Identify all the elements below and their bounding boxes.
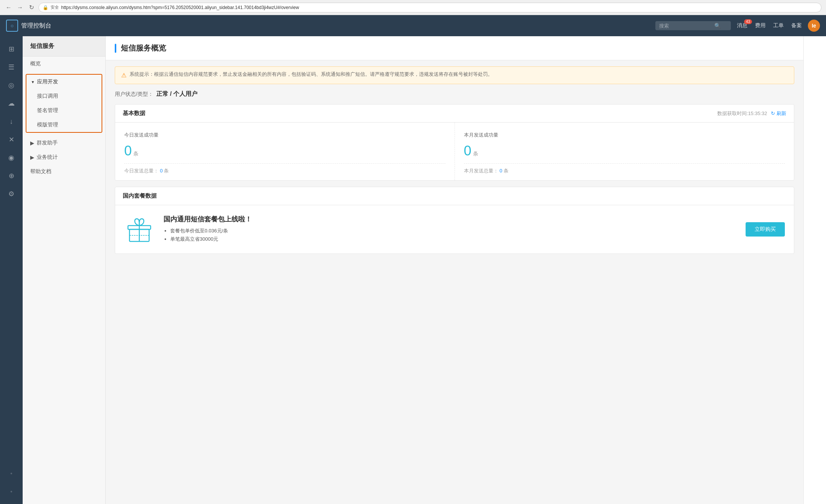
globe-sidebar-icon[interactable]: ⊕: [3, 167, 20, 184]
sidebar-group-appdev-label: 应用开发: [37, 78, 58, 85]
logo-icon: ○: [6, 20, 18, 32]
content-area: ⚠ 系统提示：根据云通信短信内容规范要求，禁止发送金融相关的所有内容，包括验证码…: [106, 60, 803, 266]
app-container: ○ 管理控制台 🔍 消息 43 费用 工单 备案 Ie: [0, 15, 826, 504]
page-header-accent: [115, 44, 116, 53]
right-panel: [803, 36, 826, 504]
sidebar-item-overview[interactable]: 概览: [23, 57, 105, 71]
basic-data-card: 基本数据 数据获取时间:15:35:32 ↻ 刷新 今日发送成功: [115, 104, 794, 181]
card-header-right: 数据获取时间:15:35:32 ↻ 刷新: [717, 110, 786, 117]
month-stat-value: 0 条: [464, 143, 785, 159]
warning-text: 系统提示：根据云通信短信内容规范要求，禁止发送金融相关的所有内容，包括验证码、系…: [129, 71, 493, 78]
today-stat-value: 0 条: [124, 143, 445, 159]
back-button[interactable]: ←: [5, 3, 13, 12]
user-status: 用户状态/类型： 正常 / 个人用户: [115, 90, 794, 98]
sidebar-group-broadcast[interactable]: ▶ 群发助手: [23, 136, 105, 150]
user-avatar[interactable]: Ie: [808, 20, 820, 32]
refresh-button[interactable]: ↻ 刷新: [771, 110, 786, 117]
basic-data-card-body: 今日发送成功量 0 条 今日发送总量： 0 条: [115, 123, 794, 180]
header-nav: 消息 43 费用 工单 备案: [737, 22, 802, 29]
cross-sidebar-icon[interactable]: ✕: [3, 131, 20, 148]
package-data-card: 国内套餐数据: [115, 187, 794, 254]
arrow-down-icon: ▼: [31, 80, 35, 84]
user-status-label: 用户状态/类型：: [115, 91, 153, 97]
refresh-button[interactable]: ↻: [27, 3, 35, 12]
messages-nav[interactable]: 消息 43: [737, 22, 747, 29]
month-stat-label: 本月发送成功量: [464, 132, 785, 138]
sidebar-broadcast-label: 群发助手: [37, 140, 58, 146]
url-bar: 🔒 安全 https://dysms.console.aliyun.com/dy…: [39, 3, 821, 12]
stats-row: 今日发送成功量 0 条 今日发送总量： 0 条: [115, 123, 794, 180]
messages-badge: 43: [744, 19, 752, 24]
icon-sidebar: ⊞ ☰ ◎ ☁ ↓ ✕ ◉ ⊕ ⚙ ● ●: [0, 36, 23, 504]
today-stat-number: 0: [124, 143, 132, 159]
forward-button[interactable]: →: [16, 3, 24, 12]
arrow-right-icon-broadcast: ▶: [30, 140, 34, 146]
people-sidebar-icon[interactable]: ◉: [3, 149, 20, 166]
today-stat-cell: 今日发送成功量 0 条 今日发送总量： 0 条: [115, 123, 455, 180]
lock-icon: 🔒: [43, 5, 48, 10]
warning-banner: ⚠ 系统提示：根据云通信短信内容规范要求，禁止发送金融相关的所有内容，包括验证码…: [115, 66, 794, 84]
today-stat-unit: 条: [133, 151, 139, 157]
billing-nav[interactable]: 费用: [755, 22, 766, 29]
search-icon: 🔍: [714, 23, 721, 29]
circle-sidebar-icon[interactable]: ◎: [3, 77, 20, 94]
refresh-icon: ↻: [771, 111, 775, 116]
sidebar-group-appdev: ▼ 应用开发 接口调用 签名管理 模版管理: [26, 74, 102, 133]
left-sidebar: 短信服务 概览 ▼ 应用开发 接口调用 签名管理 模版管理 ▶ 群发助手 ▶ 业…: [23, 36, 106, 504]
today-total-link[interactable]: 0: [160, 168, 163, 174]
sidebar-item-docs[interactable]: 帮助文档: [23, 164, 105, 179]
page-header: 短信服务概览: [106, 36, 803, 60]
header-logo: ○ 管理控制台: [6, 20, 51, 32]
top-header: ○ 管理控制台 🔍 消息 43 费用 工单 备案 Ie: [0, 15, 826, 36]
download-sidebar-icon[interactable]: ↓: [3, 113, 20, 130]
data-time: 数据获取时间:15:35:32: [717, 110, 767, 117]
dot2-sidebar-icon[interactable]: ●: [3, 483, 20, 499]
promo-content: 国内通用短信套餐包上线啦！ 套餐包单价低至0.036元/条 单笔最高立省3000…: [163, 215, 737, 244]
warning-icon: ⚠: [121, 71, 126, 80]
promo-title: 国内通用短信套餐包上线啦！: [163, 215, 737, 224]
sidebar-item-sign-mgmt[interactable]: 签名管理: [26, 103, 102, 118]
month-stat-footer: 本月发送总量： 0 条: [464, 163, 785, 174]
header-title: 管理控制台: [21, 22, 51, 30]
today-stat-label: 今日发送成功量: [124, 132, 445, 138]
workorder-nav[interactable]: 工单: [773, 22, 784, 29]
package-data-card-body: 国内通用短信套餐包上线啦！ 套餐包单价低至0.036元/条 单笔最高立省3000…: [115, 205, 794, 254]
icp-nav[interactable]: 备案: [791, 22, 802, 29]
today-stat-footer: 今日发送总量： 0 条: [124, 163, 445, 174]
url-text: https://dysms.console.aliyun.com/dysms.h…: [61, 5, 299, 10]
search-box[interactable]: 🔍: [655, 21, 731, 30]
arrow-right-icon-stats: ▶: [30, 154, 34, 160]
list-sidebar-icon[interactable]: ☰: [3, 59, 20, 75]
sidebar-item-api-call[interactable]: 接口调用: [26, 89, 102, 103]
page-title: 短信服务概览: [121, 43, 166, 53]
secure-label: 安全: [51, 5, 59, 10]
month-total-link[interactable]: 0: [499, 168, 502, 174]
dot1-sidebar-icon[interactable]: ●: [3, 465, 20, 481]
gift-icon: [124, 214, 154, 244]
sidebar-group-appdev-header[interactable]: ▼ 应用开发: [26, 75, 102, 89]
sidebar-stats-label: 业务统计: [37, 154, 58, 161]
sidebar-item-tpl-mgmt[interactable]: 模版管理: [26, 118, 102, 132]
gear-sidebar-icon[interactable]: ⚙: [3, 186, 20, 202]
user-status-value: 正常 / 个人用户: [156, 91, 197, 97]
basic-data-title: 基本数据: [123, 110, 145, 117]
browser-bar: ← → ↻ 🔒 安全 https://dysms.console.aliyun.…: [0, 0, 826, 15]
basic-data-card-header: 基本数据 数据获取时间:15:35:32 ↻ 刷新: [115, 104, 794, 123]
cloud-sidebar-icon[interactable]: ☁: [3, 95, 20, 112]
month-stat-number: 0: [464, 143, 472, 159]
promo-item-2: 单笔最高立省30000元: [170, 236, 737, 243]
package-data-card-header: 国内套餐数据: [115, 187, 794, 205]
search-input[interactable]: [659, 23, 712, 29]
grid-sidebar-icon[interactable]: ⊞: [3, 41, 20, 57]
package-promo: 国内通用短信套餐包上线啦！ 套餐包单价低至0.036元/条 单笔最高立省3000…: [115, 205, 794, 254]
sidebar-group-stats[interactable]: ▶ 业务统计: [23, 150, 105, 164]
sidebar-service-title: 短信服务: [23, 36, 105, 57]
refresh-label: 刷新: [777, 110, 786, 117]
promo-list: 套餐包单价低至0.036元/条 单笔最高立省30000元: [163, 227, 737, 243]
buy-button[interactable]: 立即购买: [746, 222, 785, 237]
body-layout: ⊞ ☰ ◎ ☁ ↓ ✕ ◉ ⊕ ⚙ ● ● 短信服务 概览 ▼ 应用开发 接口调…: [0, 36, 826, 504]
month-stat-unit: 条: [473, 151, 478, 157]
package-data-title: 国内套餐数据: [123, 192, 157, 200]
main-content: 短信服务概览 ⚠ 系统提示：根据云通信短信内容规范要求，禁止发送金融相关的所有内…: [106, 36, 803, 504]
promo-item-1: 套餐包单价低至0.036元/条: [170, 227, 737, 234]
